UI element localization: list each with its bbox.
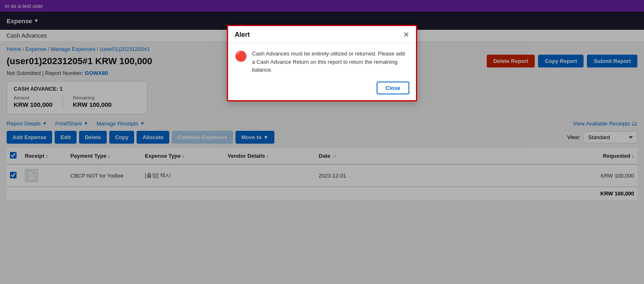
alert-error-icon: 🔴: [235, 51, 247, 62]
alert-modal-footer: Close: [228, 77, 416, 100]
alert-modal: Alert ✕ 🔴 Cash Advances must be entirely…: [227, 25, 417, 101]
alert-modal-body: 🔴 Cash Advances must be entirely utilize…: [228, 43, 416, 77]
alert-title: Alert: [235, 31, 250, 39]
alert-modal-header: Alert ✕: [228, 26, 416, 43]
modal-overlay: Alert ✕ 🔴 Cash Advances must be entirely…: [0, 0, 644, 272]
alert-close-button[interactable]: Close: [377, 82, 409, 94]
alert-message: Cash Advances must be entirely utilized …: [252, 50, 409, 74]
alert-x-button[interactable]: ✕: [403, 31, 409, 39]
